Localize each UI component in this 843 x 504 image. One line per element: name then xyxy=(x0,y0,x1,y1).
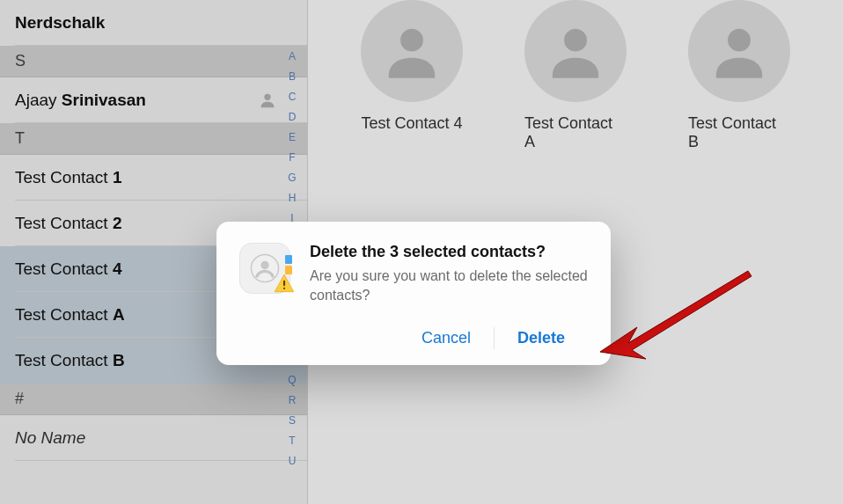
delete-confirm-dialog: Delete the 3 selected contacts? Are you … xyxy=(216,222,611,365)
contacts-app-icon xyxy=(239,243,290,294)
cancel-button[interactable]: Cancel xyxy=(399,325,494,351)
svg-rect-7 xyxy=(283,288,285,289)
dialog-message: Are you sure you want to delete the sele… xyxy=(310,267,588,304)
svg-point-5 xyxy=(260,261,268,269)
dialog-title: Delete the 3 selected contacts? xyxy=(310,243,588,261)
warning-icon xyxy=(273,273,296,299)
delete-button[interactable]: Delete xyxy=(495,325,588,351)
svg-rect-6 xyxy=(283,281,285,287)
